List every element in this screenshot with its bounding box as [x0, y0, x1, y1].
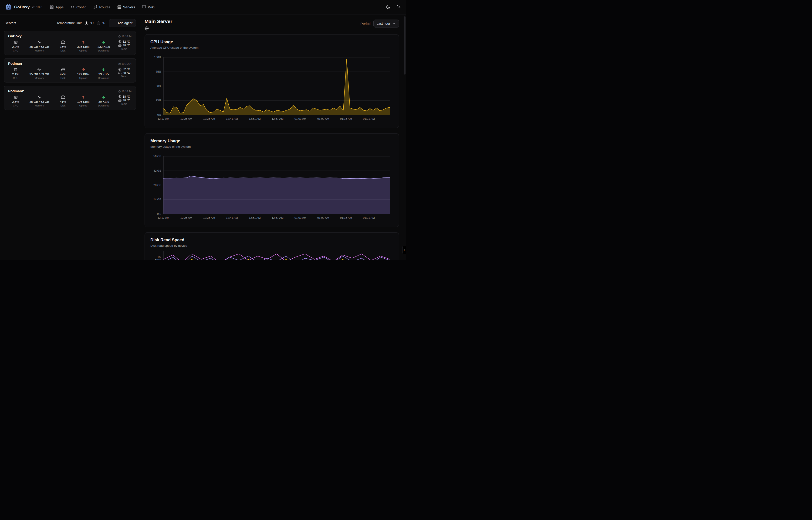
brand-name: GoDoxy — [14, 5, 30, 9]
main-header: Main Server Period Last hour — [145, 19, 399, 31]
stat-cpu: 2.2% CPU — [9, 40, 22, 52]
nav-item-apps[interactable]: Apps — [50, 5, 63, 9]
temperature-unit-label: Temperature Unit — [57, 21, 82, 25]
stat-upload: 106 KB/s Upload — [77, 95, 90, 107]
chart-title: Disk Read Speed — [150, 238, 393, 242]
stat-label: Upload — [79, 77, 87, 79]
nav-item-wiki[interactable]: Wiki — [142, 5, 155, 9]
server-card-header: GoDoxy @ 16:16:24 — [8, 34, 132, 38]
main-title-block: Main Server — [145, 19, 172, 31]
add-agent-button[interactable]: Add agent — [109, 19, 136, 27]
period-select[interactable]: Last hour — [373, 20, 399, 27]
stat-value: 32 °C — [123, 40, 130, 43]
servers-panel-title: Servers — [5, 21, 16, 25]
disk-read-speed-card: Disk Read Speed Disk read speed by devic… — [145, 232, 399, 260]
sidebar-collapse-tab[interactable]: ‹ — [402, 246, 406, 254]
stat-label: Temp — [121, 48, 127, 50]
stat-label: CPU — [13, 104, 18, 107]
stat-label: Download — [98, 49, 109, 52]
logout-button[interactable] — [396, 5, 401, 9]
godoxy-app: GoDoxy v0.18.0 Apps Config Routes Server… — [0, 0, 406, 260]
stat-cpu: 2.1% CPU — [9, 68, 22, 79]
nav-item-label: Wiki — [148, 5, 155, 9]
godoxy-logo — [5, 4, 12, 10]
stat-value: 38 °C — [123, 44, 130, 47]
stat-label: Memory — [35, 104, 44, 107]
server-card-podman[interactable]: Podman @ 16:16:24 2.1% CPU 35 GB / 63 GB — [4, 58, 136, 82]
stat-disk: 16% Disk — [57, 40, 69, 52]
stat-value: 23 KB/s — [99, 73, 109, 76]
chart-title: CPU Usage — [150, 40, 393, 45]
radio-celsius[interactable]: °C — [85, 21, 93, 25]
stat-label: Temp — [121, 75, 127, 78]
stat-temp: 38 °C 38 °C Temp — [117, 95, 131, 107]
svg-text:01:21 AM: 01:21 AM — [363, 117, 375, 121]
stat-value: 35 GB / 63 GB — [29, 45, 49, 49]
radio-celsius-dot — [85, 21, 88, 25]
disk-temp-row: 38 °C — [118, 71, 130, 75]
moon-icon — [386, 5, 390, 9]
hard-drive-icon — [61, 68, 65, 72]
hard-drive-icon — [61, 40, 65, 44]
stat-value: 129 KB/s — [77, 73, 90, 76]
server-card-podman2[interactable]: Podman2 @ 16:16:24 2.5% CPU 35 GB / 63 G… — [4, 86, 136, 110]
radio-fahrenheit[interactable]: °F — [97, 21, 105, 25]
stat-disk: 47% Disk — [57, 68, 69, 79]
globe-icon-wrap[interactable] — [145, 26, 172, 31]
svg-text:42 GB: 42 GB — [153, 169, 161, 173]
server-name: Podman2 — [8, 89, 24, 93]
svg-text:12:17 AM: 12:17 AM — [158, 216, 169, 219]
servers-panel-header: Servers Temperature Unit °C °F Add agent — [4, 15, 136, 31]
server-card-godoxy[interactable]: GoDoxy @ 16:16:24 2.2% CPU 35 GB / 63 GB — [4, 31, 136, 55]
stat-value: 16% — [60, 45, 66, 49]
stat-label: Upload — [79, 104, 87, 107]
logout-icon — [396, 5, 401, 9]
charts-column: CPU Usage Average CPU usage of the syste… — [145, 34, 399, 260]
disk-temp-icon — [118, 99, 121, 102]
cpu-icon — [13, 95, 18, 99]
disk-temp-icon — [118, 71, 121, 75]
svg-text:12:26 AM: 12:26 AM — [180, 216, 192, 219]
navbar-actions — [386, 5, 401, 9]
svg-text:01:15 AM: 01:15 AM — [340, 117, 352, 121]
brand[interactable]: GoDoxy v0.18.0 — [5, 4, 43, 10]
nav-item-label: Apps — [56, 5, 63, 9]
nav-item-routes[interactable]: Routes — [93, 5, 110, 9]
stat-value: 47% — [60, 73, 66, 76]
nav-item-config[interactable]: Config — [71, 5, 86, 9]
svg-text:50%: 50% — [156, 84, 161, 88]
nav-item-servers[interactable]: Servers — [117, 5, 135, 9]
stat-memory: 35 GB / 63 GB Memory — [29, 95, 49, 107]
stat-label: Disk — [60, 49, 65, 52]
chart-subtitle: Average CPU usage of the system — [150, 46, 393, 49]
chart-title: Memory Usage — [150, 139, 393, 144]
stat-label: Disk — [60, 104, 65, 107]
svg-text:1/2: 1/2 — [157, 256, 161, 259]
server-name: Podman — [8, 61, 22, 66]
stat-value: 2.1% — [12, 73, 19, 76]
server-timestamp: @ 16:16:24 — [118, 90, 132, 93]
svg-text:12:41 AM: 12:41 AM — [226, 216, 238, 219]
stat-value: 35 GB / 63 GB — [29, 73, 49, 76]
server-stats: 2.1% CPU 35 GB / 63 GB Memory 47% Disk — [8, 68, 132, 79]
stat-value: 2.2% — [12, 45, 19, 49]
stat-value: 38 °C — [123, 71, 130, 75]
svg-text:12:35 AM: 12:35 AM — [203, 216, 215, 219]
svg-text:12:51 AM: 12:51 AM — [249, 216, 261, 219]
activity-icon — [37, 68, 41, 72]
stat-value: 30 KB/s — [99, 100, 109, 103]
code-icon — [71, 5, 75, 9]
hard-drive-icon — [61, 95, 65, 99]
book-open-icon — [142, 5, 146, 9]
activity-icon — [37, 40, 41, 44]
stat-label: CPU — [13, 77, 18, 79]
page-scrollbar-thumb[interactable] — [404, 16, 405, 75]
stat-value: 106 KB/s — [77, 100, 90, 103]
svg-text:28 GB: 28 GB — [153, 184, 161, 187]
nav-item-label: Config — [76, 5, 86, 9]
stat-label: Memory — [35, 77, 44, 79]
theme-toggle-button[interactable] — [386, 5, 390, 9]
cpu-temp-icon — [118, 68, 121, 71]
disk-read-speed-chart: 1/2MB/s12:17 AM12:26 AM12:35 AM12:41 AM1… — [150, 249, 393, 260]
upload-arrow-icon — [81, 68, 85, 72]
